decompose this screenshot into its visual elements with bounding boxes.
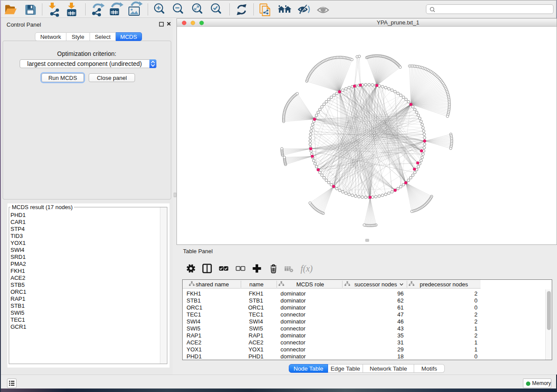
svg-text:f(x): f(x) (301, 264, 313, 274)
